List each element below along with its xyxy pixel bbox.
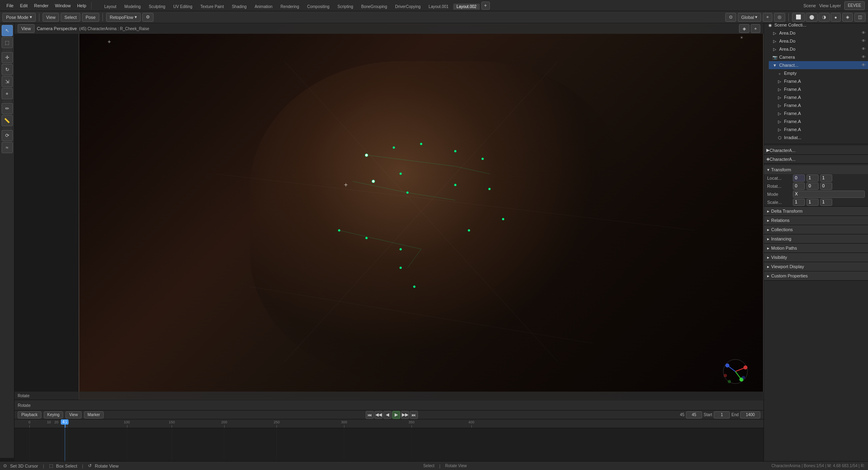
- location-x-input[interactable]: 0: [793, 174, 805, 182]
- motion-paths-header[interactable]: Motion Paths: [764, 244, 868, 252]
- engine-selector[interactable]: EEVEE: [844, 1, 865, 10]
- tool-move[interactable]: ✛: [2, 52, 13, 63]
- menu-render[interactable]: Render: [31, 2, 52, 9]
- viewport-display-header[interactable]: Viewport Display: [764, 262, 868, 271]
- mode-selector[interactable]: Pose Mode: [2, 13, 36, 22]
- timeline-ruler[interactable]: 0 50 100 150 200 250 300 350 400 10 20 3…: [14, 419, 764, 428]
- outliner-item-frame-6[interactable]: ▷ Frame.A: [774, 117, 868, 125]
- tab-sculpting[interactable]: Sculpting: [145, 4, 168, 10]
- tab-animation[interactable]: Animation: [252, 4, 276, 10]
- snap-btn[interactable]: ⌖: [763, 13, 772, 22]
- outliner-item-frame-4[interactable]: ▷ Frame.A: [774, 101, 868, 109]
- outliner-item-area-2[interactable]: ▷ Area.Do 👁: [769, 37, 868, 45]
- rotation-y-input[interactable]: 0: [807, 183, 819, 190]
- jump-end-btn[interactable]: ⏭: [410, 411, 418, 419]
- tool-relax[interactable]: ≈: [2, 142, 13, 153]
- xray-btn[interactable]: ◫: [854, 13, 866, 22]
- tool-bone-roll[interactable]: ⟳: [2, 130, 13, 141]
- view-menu[interactable]: View: [43, 13, 59, 22]
- tab-modeling[interactable]: Modeling: [121, 4, 144, 10]
- delta-transform-header[interactable]: Delta Transform: [764, 207, 868, 216]
- outliner-item-frame-3[interactable]: ▷ Frame.A: [774, 93, 868, 101]
- end-frame-input[interactable]: 1400: [740, 411, 760, 419]
- mode-selector-input[interactable]: X: [793, 191, 865, 198]
- relations-header[interactable]: Relations: [764, 216, 868, 225]
- play-btn[interactable]: ▶: [392, 411, 400, 419]
- jump-next-btn[interactable]: ▶▶: [401, 411, 409, 419]
- outliner-item-area-3[interactable]: ▷ Area.Do 👁: [769, 45, 868, 53]
- outliner-item-irradiat[interactable]: ⬡ Irradiat...: [774, 133, 868, 142]
- tool-cursor[interactable]: ↖: [2, 25, 13, 36]
- transform-orientation[interactable]: Global: [738, 13, 762, 22]
- main-viewport[interactable]: + View Camera Perspective (45) Character…: [14, 23, 764, 400]
- outliner-item-empty[interactable]: ⬦ Empty: [774, 69, 868, 77]
- timeline-keying-menu[interactable]: Keying: [44, 411, 63, 419]
- plugin-settings-btn[interactable]: ⚙: [142, 13, 154, 22]
- tab-compositing[interactable]: Compositing: [304, 4, 333, 10]
- jump-start-btn[interactable]: ⏮: [366, 411, 374, 419]
- add-workspace-btn[interactable]: +: [481, 2, 490, 10]
- menu-window[interactable]: Window: [52, 2, 74, 9]
- scale-x-input[interactable]: 1: [793, 199, 805, 206]
- timeline-view-menu[interactable]: View: [66, 411, 82, 419]
- tab-drivercopying[interactable]: DriverCopying: [392, 4, 424, 10]
- scale-z-input[interactable]: 1: [820, 199, 832, 206]
- tab-texture-paint[interactable]: Texture Paint: [197, 4, 227, 10]
- jump-prev-btn[interactable]: ◀◀: [375, 411, 383, 419]
- tool-transform[interactable]: ⌖: [2, 88, 13, 99]
- plugin-btn[interactable]: RetopoFlow: [106, 13, 141, 22]
- menu-file[interactable]: File: [3, 2, 17, 9]
- timeline-playback-menu[interactable]: Playback: [18, 411, 41, 419]
- tool-scale[interactable]: ⇲: [2, 76, 13, 87]
- outliner-item-frame-7[interactable]: ▷ Frame.A: [774, 125, 868, 133]
- outliner-item-area-1[interactable]: ▷ Area.Do 👁: [769, 29, 868, 37]
- outliner-item-frame-1[interactable]: ▷ Frame.A: [774, 77, 868, 85]
- rendered-btn[interactable]: ●: [831, 13, 841, 22]
- tool-select-box[interactable]: ⬚: [2, 37, 13, 48]
- lookdev-btn[interactable]: ◑: [819, 13, 830, 22]
- playhead[interactable]: [65, 419, 66, 428]
- tab-layout[interactable]: Layout: [101, 4, 120, 10]
- play-reverse-btn[interactable]: ◀: [383, 411, 391, 419]
- viewport-view-menu[interactable]: View: [18, 24, 35, 33]
- tab-layout002[interactable]: Layout.002: [453, 4, 480, 10]
- location-y-input[interactable]: 1: [807, 174, 819, 182]
- current-frame-input[interactable]: 45: [686, 411, 702, 419]
- outliner-item-frame-5[interactable]: ▷ Frame.A: [774, 109, 868, 117]
- pose-menu[interactable]: Pose: [82, 13, 99, 22]
- proportional-edit-btn[interactable]: ◎: [774, 13, 785, 22]
- tab-bonegrouping[interactable]: BoneGrouping: [358, 4, 391, 10]
- outliner-item-character[interactable]: ▼ Charact... 👁: [769, 61, 868, 69]
- rotation-x-input[interactable]: 0: [793, 183, 805, 190]
- visibility-header[interactable]: Visibility: [764, 253, 868, 262]
- 3d-cursor[interactable]: +: [344, 181, 348, 189]
- start-frame-input[interactable]: 1: [714, 411, 730, 419]
- tool-rotate[interactable]: ↻: [2, 64, 13, 75]
- instancing-header[interactable]: Instancing: [764, 234, 868, 243]
- location-z-input[interactable]: 1: [820, 174, 832, 182]
- tab-layout001[interactable]: Layout.001: [426, 4, 452, 10]
- rotation-z-input[interactable]: 0: [820, 183, 832, 190]
- scale-y-input[interactable]: 1: [807, 199, 819, 206]
- outliner-item-camera[interactable]: 📷 Camera 👁: [769, 53, 868, 61]
- transform-section-header[interactable]: Transform: [764, 165, 868, 174]
- menu-help[interactable]: Help: [74, 2, 90, 9]
- custom-props-header[interactable]: Custom Properties: [764, 271, 868, 280]
- wireframe-btn[interactable]: ⬜: [792, 13, 805, 22]
- outliner-item-frame-2[interactable]: ▷ Frame.A: [774, 85, 868, 93]
- collections-header[interactable]: Collections: [764, 225, 868, 234]
- timeline-marker-menu[interactable]: Marker: [84, 411, 104, 419]
- tab-scripting[interactable]: Scripting: [334, 4, 356, 10]
- overlay-btn[interactable]: ◈: [842, 13, 853, 22]
- solid-btn[interactable]: ⬤: [806, 13, 818, 22]
- tool-annotate[interactable]: ✏: [2, 103, 13, 114]
- tab-rendering[interactable]: Rendering: [277, 4, 302, 10]
- select-menu[interactable]: Select: [61, 13, 80, 22]
- tab-shading[interactable]: Shading: [229, 4, 250, 10]
- tab-uv-editing[interactable]: UV Editing: [170, 4, 195, 10]
- menu-edit[interactable]: Edit: [17, 2, 31, 9]
- viewport-gizmo-toggle[interactable]: ⌖: [751, 24, 760, 33]
- transform-pivot[interactable]: ⊙: [725, 13, 736, 22]
- tool-measure[interactable]: 📏: [2, 115, 13, 126]
- viewport-overlay-toggle[interactable]: ◈: [739, 24, 749, 33]
